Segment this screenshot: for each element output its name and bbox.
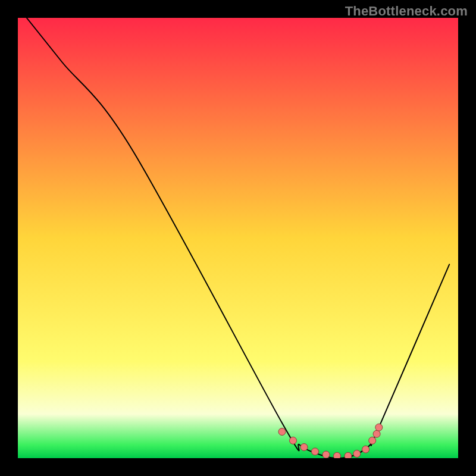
marker-dot xyxy=(369,437,376,444)
marker-dot xyxy=(290,437,297,444)
marker-dot xyxy=(322,451,330,458)
marker-dot xyxy=(362,446,369,453)
marker-dot xyxy=(375,424,383,431)
marker-dot xyxy=(278,428,286,436)
marker-dot xyxy=(353,450,361,458)
marker-dot xyxy=(373,430,380,437)
marker-dot xyxy=(345,452,352,459)
marker-dot xyxy=(334,452,341,459)
marker-dot xyxy=(312,448,319,455)
watermark-text: TheBottleneck.com xyxy=(345,4,468,19)
marker-dot xyxy=(300,444,308,451)
plot-background xyxy=(18,18,458,458)
bottleneck-chart xyxy=(0,0,476,476)
chart-container: TheBottleneck.com xyxy=(0,0,476,476)
